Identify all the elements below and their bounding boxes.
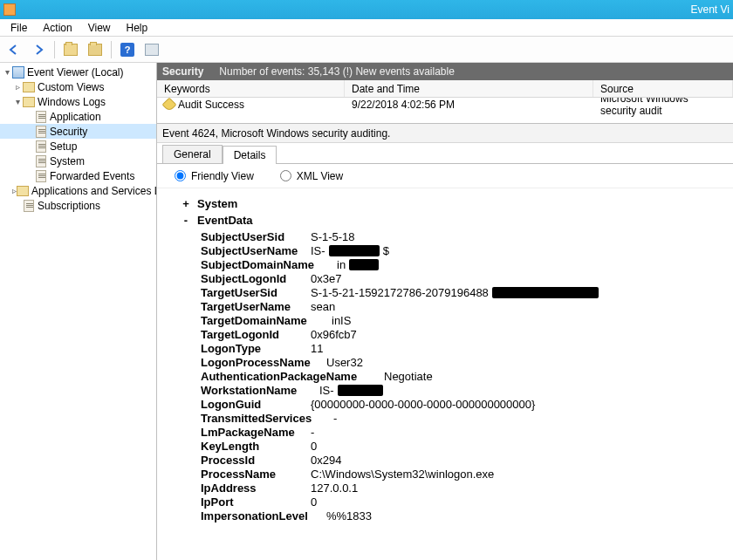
kv-key: SubjectUserSid	[201, 230, 311, 243]
show-action-button[interactable]	[85, 40, 106, 59]
collapse-icon[interactable]: ▾	[12, 97, 23, 106]
radio-label: Friendly View	[191, 170, 254, 182]
radio-friendly[interactable]: Friendly View	[175, 170, 254, 182]
section-header: Security Number of events: 35,143 (!) Ne…	[157, 63, 733, 80]
tree-root-label: Event Viewer (Local)	[27, 66, 124, 79]
event-grid[interactable]: Audit Success 9/22/2018 4:02:56 PM Micro…	[157, 98, 733, 124]
menu-help[interactable]: Help	[120, 20, 155, 36]
kv-value: in	[337, 258, 346, 271]
column-datetime[interactable]: Date and Time	[345, 80, 593, 97]
folder-icon	[23, 96, 35, 108]
kv-row: TargetUserSidS-1-5-21-1592172786-2079196…	[201, 286, 733, 299]
kv-value: IS-	[311, 244, 325, 257]
event-grid-header[interactable]: Keywords Date and Time Source	[157, 80, 733, 98]
help-button[interactable]: ?	[117, 40, 138, 59]
tree-label: Application	[50, 111, 101, 123]
kv-value: $	[383, 244, 389, 257]
show-tree-button[interactable]	[60, 40, 81, 59]
folder-icon	[17, 185, 29, 197]
system-node[interactable]: +System	[182, 197, 733, 210]
kv-value: sean	[311, 300, 335, 313]
kv-key: LmPackageName	[201, 426, 311, 439]
tree-subscriptions[interactable]: Subscriptions	[0, 198, 156, 213]
tree-label: Windows Logs	[38, 96, 106, 108]
eventdata-node[interactable]: -EventData	[182, 214, 733, 227]
forward-button[interactable]	[28, 40, 49, 59]
tree-label: System	[50, 155, 85, 167]
kv-value: 0x96fcb7	[311, 328, 357, 341]
expand-icon[interactable]: ▹	[12, 82, 23, 92]
tree-windows-logs[interactable]: ▾Windows Logs	[0, 94, 156, 109]
node-label: EventData	[197, 214, 253, 227]
kv-value: inIS	[332, 314, 351, 327]
log-icon	[23, 200, 35, 212]
event-row[interactable]: Audit Success 9/22/2018 4:02:56 PM Micro…	[157, 98, 733, 112]
tree-label: Setup	[50, 140, 77, 153]
folder-open-icon	[88, 44, 102, 56]
cell-datetime: 9/22/2018 4:02:56 PM	[345, 99, 593, 111]
tree-application[interactable]: Application	[0, 109, 156, 124]
kv-row: LogonGuid{00000000-0000-0000-0000-000000…	[201, 398, 733, 411]
action-pane-button[interactable]	[141, 40, 162, 59]
cell-keywords: Audit Success	[178, 99, 244, 111]
tree-label: Subscriptions	[38, 200, 100, 212]
cell-source: Microsoft Windows security audit	[593, 98, 733, 117]
tree-security[interactable]: Security	[0, 124, 156, 139]
kv-value: 0	[311, 495, 317, 509]
toolbar-separator	[111, 41, 112, 58]
kv-value: 127.0.0.1	[311, 481, 358, 495]
tree-forwarded[interactable]: Forwarded Events	[0, 168, 156, 183]
tree-system[interactable]: System	[0, 154, 156, 168]
tree-setup[interactable]: Setup	[0, 139, 156, 154]
tree-root[interactable]: ▾Event Viewer (Local)	[0, 65, 156, 79]
event-details-body[interactable]: +System -EventData SubjectUserSidS-1-5-1…	[157, 188, 733, 560]
log-icon	[35, 140, 47, 153]
kv-value: S-1-5-18	[311, 230, 355, 243]
kv-value: IS-	[319, 384, 334, 397]
menu-file[interactable]: File	[3, 20, 34, 36]
kv-row: KeyLength0	[201, 440, 733, 453]
radio-friendly-input[interactable]	[175, 170, 186, 181]
log-icon	[35, 170, 47, 182]
toolbar-separator	[54, 41, 55, 58]
kv-key: ProcessName	[201, 468, 311, 481]
kv-row: SubjectUserSidS-1-5-18	[201, 230, 733, 243]
redacted-text	[329, 245, 380, 256]
kv-row: LogonType11	[201, 342, 733, 355]
kv-value: -	[311, 426, 314, 439]
expand-icon[interactable]: +	[182, 197, 190, 210]
kv-row: TargetDomainNameinIS	[201, 314, 733, 327]
column-keywords[interactable]: Keywords	[157, 80, 345, 97]
key-icon	[162, 98, 177, 112]
radio-xml-input[interactable]	[280, 170, 291, 181]
kv-value: 11	[311, 342, 323, 355]
log-icon	[35, 126, 47, 138]
kv-key: SubjectUserName	[201, 244, 311, 257]
content-pane: Security Number of events: 35,143 (!) Ne…	[157, 63, 733, 560]
tree-apps-services[interactable]: ▹Applications and Services Lo	[0, 183, 156, 198]
tree-label: Applications and Services Lo	[31, 185, 157, 197]
radio-xml[interactable]: XML View	[280, 170, 343, 182]
collapse-icon[interactable]: -	[182, 214, 190, 227]
menu-action[interactable]: Action	[36, 20, 79, 36]
kv-key: SubjectLogonId	[201, 272, 311, 285]
log-icon	[35, 155, 47, 167]
collapse-icon[interactable]: ▾	[2, 67, 12, 77]
window-title: Event Vi	[691, 3, 730, 16]
titlebar: Event Vi	[0, 0, 733, 19]
kv-row: ProcessId0x294	[201, 454, 733, 467]
node-label: System	[197, 197, 237, 210]
arrow-right-icon	[32, 44, 45, 56]
menu-view[interactable]: View	[81, 20, 118, 36]
kv-value: 0	[311, 440, 317, 453]
column-source[interactable]: Source	[593, 80, 733, 97]
log-icon	[35, 111, 47, 123]
tab-details[interactable]: Details	[223, 146, 277, 164]
tab-general[interactable]: General	[162, 145, 223, 163]
back-button[interactable]	[3, 40, 24, 59]
kv-key: WorkstationName	[201, 384, 319, 397]
tree-custom-views[interactable]: ▹Custom Views	[0, 79, 156, 94]
navigation-tree[interactable]: ▾Event Viewer (Local) ▹Custom Views ▾Win…	[0, 63, 157, 560]
kv-key: IpAddress	[201, 481, 311, 495]
kv-row: SubjectLogonId0x3e7	[201, 272, 733, 285]
